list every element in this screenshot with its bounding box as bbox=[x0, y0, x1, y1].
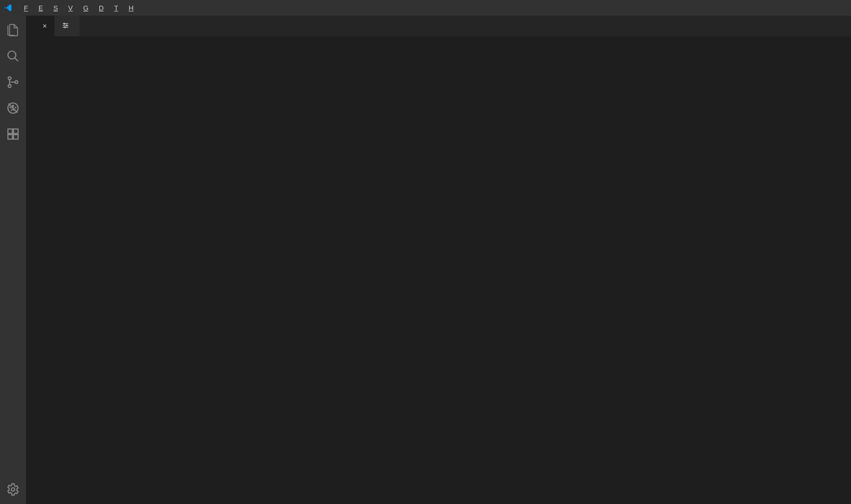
svg-rect-14 bbox=[14, 129, 18, 134]
close-icon[interactable]: × bbox=[43, 22, 47, 30]
title-bar: F E S V G D T H bbox=[0, 0, 851, 16]
svg-point-21 bbox=[64, 26, 66, 28]
svg-point-2 bbox=[8, 77, 11, 79]
gear-icon[interactable] bbox=[5, 481, 21, 498]
menu-help[interactable]: H bbox=[123, 2, 138, 14]
menu-debug[interactable]: D bbox=[94, 2, 109, 14]
menu-bar: F E S V G D T H bbox=[19, 2, 139, 14]
svg-line-1 bbox=[15, 58, 18, 61]
code-lines[interactable] bbox=[61, 38, 851, 504]
search-icon[interactable] bbox=[5, 48, 21, 64]
svg-point-0 bbox=[8, 51, 16, 59]
vscode-logo-icon bbox=[3, 3, 14, 13]
debug-icon[interactable] bbox=[5, 100, 21, 116]
svg-point-7 bbox=[12, 105, 14, 107]
svg-rect-13 bbox=[14, 135, 18, 139]
extensions-icon[interactable] bbox=[5, 126, 21, 142]
svg-line-9 bbox=[10, 107, 11, 108]
scm-icon[interactable] bbox=[5, 74, 21, 90]
svg-point-4 bbox=[15, 81, 18, 83]
files-icon[interactable] bbox=[5, 22, 21, 38]
main-layout: × bbox=[0, 16, 851, 504]
tab-app-js[interactable]: × bbox=[26, 16, 55, 36]
tabs-bar: × bbox=[26, 16, 851, 36]
menu-edit[interactable]: E bbox=[33, 2, 48, 14]
svg-line-10 bbox=[15, 107, 16, 108]
svg-point-19 bbox=[64, 23, 65, 24]
editor-area: × bbox=[26, 16, 851, 504]
menu-go[interactable]: G bbox=[78, 2, 94, 14]
svg-point-20 bbox=[66, 24, 67, 25]
activity-bar bbox=[0, 16, 26, 504]
minimap[interactable] bbox=[820, 36, 851, 504]
tab-settings[interactable] bbox=[55, 16, 80, 36]
menu-terminal[interactable]: T bbox=[109, 2, 123, 14]
menu-view[interactable]: V bbox=[63, 2, 78, 14]
line-gutter bbox=[26, 38, 61, 504]
menu-file[interactable]: F bbox=[19, 2, 33, 14]
svg-rect-11 bbox=[8, 129, 12, 134]
svg-rect-12 bbox=[8, 135, 12, 139]
settings-lines-icon bbox=[62, 22, 69, 31]
svg-point-3 bbox=[8, 85, 11, 87]
svg-point-15 bbox=[11, 488, 15, 492]
code-editor[interactable] bbox=[26, 36, 851, 504]
menu-selection[interactable]: S bbox=[48, 2, 63, 14]
